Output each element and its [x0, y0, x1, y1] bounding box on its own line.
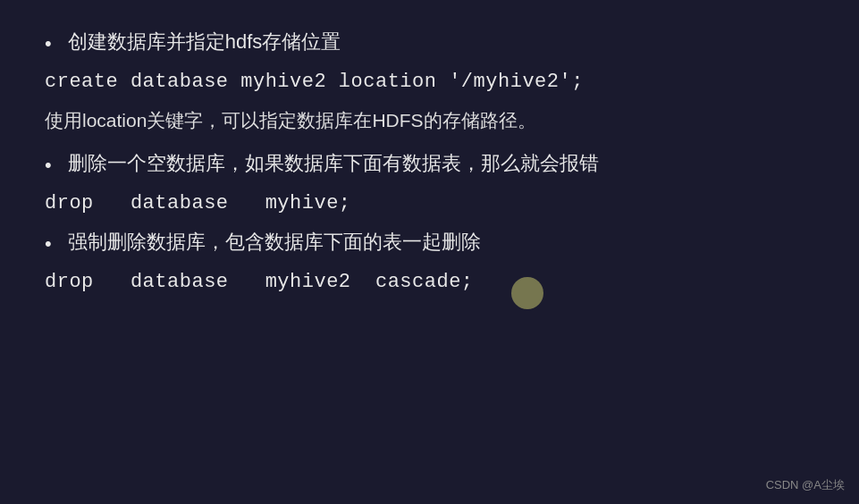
description-text: 使用location关键字，可以指定数据库在HDFS的存储路径。	[45, 105, 814, 136]
bullet-item-3: • 强制删除数据库，包含数据库下面的表一起删除	[45, 227, 814, 258]
bullet-text-1: 创建数据库并指定hdfs存储位置	[68, 27, 341, 56]
bullet-dot-2: •	[45, 150, 52, 180]
bullet-dot-1: •	[45, 29, 52, 58]
code-block-2: drop database myhive;	[45, 192, 814, 214]
slide-container: • 创建数据库并指定hdfs存储位置 create database myhiv…	[0, 0, 859, 504]
code-block-3: drop database myhive2 cascade;	[45, 271, 814, 293]
watermark: CSDN @A尘埃	[766, 477, 845, 493]
bullet-dot-3: •	[45, 229, 52, 258]
code-block-1: create database myhive2 location '/myhiv…	[45, 71, 814, 93]
bullet-item-1: • 创建数据库并指定hdfs存储位置	[45, 27, 814, 58]
bullet-item-2: • 删除一个空数据库，如果数据库下面有数据表，那么就会报错	[45, 148, 814, 180]
bullet-text-3: 强制删除数据库，包含数据库下面的表一起删除	[68, 227, 481, 256]
bullet-text-2: 删除一个空数据库，如果数据库下面有数据表，那么就会报错	[68, 148, 599, 178]
